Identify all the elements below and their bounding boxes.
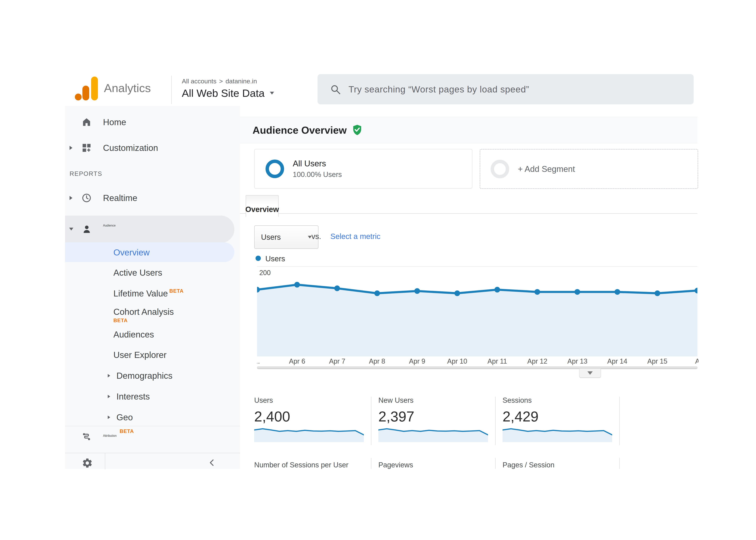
footer-divider [105, 453, 105, 469]
tab-strip [240, 195, 698, 214]
sidebar-footer [65, 453, 240, 469]
segment-card-all-users[interactable]: All Users 100.00% Users [254, 149, 472, 189]
beta-badge: BETA [113, 318, 128, 324]
x-axis-label: Apr 7 [324, 357, 350, 365]
realtime-clock-icon [81, 193, 92, 203]
sparkline-chart [378, 427, 488, 442]
x-axis-label: Apr 14 [604, 357, 630, 365]
logo-bar [82, 86, 89, 100]
column-divider [371, 397, 372, 445]
breadcrumb[interactable]: All accounts>datanine.in [182, 77, 257, 85]
sidebar-item-label: Realtime [103, 193, 137, 203]
sidebar-item-attribution[interactable]: AttributionBETA [65, 431, 240, 444]
timeline-scrollbar[interactable] [257, 366, 698, 369]
segment-subtitle: 100.00% Users [293, 171, 342, 179]
scorecard-users[interactable]: Users 2,400 [254, 396, 365, 443]
expand-arrow-icon[interactable] [108, 374, 110, 377]
search-input[interactable]: Try searching “Worst pages by load speed… [349, 84, 529, 94]
header-divider [171, 75, 171, 104]
x-axis-label: Apr 11 [484, 357, 510, 365]
scorecard-sessions[interactable]: Sessions 2,429 [502, 396, 613, 443]
legend-label: Users [266, 254, 285, 263]
sidebar-item-customization[interactable]: Customization [65, 142, 240, 154]
add-segment-button[interactable]: + Add Segment [480, 149, 698, 189]
column-divider [495, 397, 495, 445]
sidebar-item-active-users[interactable]: Active Users [65, 268, 240, 279]
sidebar-item-label: User Explorer [113, 350, 166, 360]
sidebar-item-overview[interactable]: Overview [65, 242, 234, 262]
collapse-sidebar-icon[interactable] [208, 459, 216, 467]
sidebar-item-cohort-analysis[interactable]: Cohort Analysis BETA [65, 307, 240, 328]
add-segment-label: + Add Segment [518, 164, 575, 174]
expand-arrow-icon[interactable] [108, 416, 110, 419]
sidebar-item-audience[interactable]: Audience [65, 215, 234, 243]
logo-dot [75, 93, 82, 100]
scorecard-value: 2,397 [378, 408, 489, 425]
expand-arrow-icon[interactable] [108, 395, 110, 398]
tab-overview[interactable]: Overview [246, 195, 278, 217]
sidebar-item-label: Customization [103, 143, 158, 153]
scorecard-row2: Number of Sessions per User Pageviews Pa… [254, 461, 697, 469]
sidebar-item-demographics[interactable]: Demographics [65, 371, 240, 382]
collapse-arrow-icon[interactable] [69, 228, 73, 230]
breadcrumb-accounts[interactable]: All accounts [182, 77, 216, 85]
sidebar-divider [65, 426, 240, 426]
sidebar-item-interests[interactable]: Interests [65, 391, 240, 403]
scorecard-label: Sessions [502, 396, 613, 404]
scorecard-label: New Users [378, 396, 489, 404]
sidebar-item-audiences[interactable]: Audiences [65, 330, 240, 341]
column-divider [619, 397, 620, 445]
chevron-down-icon [588, 371, 593, 375]
scorecard-label: Pages / Session [502, 461, 555, 469]
property-selector[interactable]: All Web Site Data [182, 87, 274, 99]
sidebar-item-home[interactable]: Home [65, 116, 240, 128]
breadcrumb-separator: > [219, 77, 223, 85]
brand-title: Analytics [104, 81, 151, 95]
logo-bar [91, 76, 98, 100]
sidebar-item-label: Overview [113, 247, 150, 257]
beta-badge: BETA [120, 429, 134, 434]
primary-metric-dropdown[interactable]: Users [254, 225, 318, 249]
verified-shield-icon [352, 124, 363, 136]
search-bar[interactable]: Try searching “Worst pages by load speed… [318, 74, 694, 104]
segment-title: All Users [293, 159, 342, 168]
sidebar-item-label: AttributionBETA [103, 432, 134, 438]
x-axis-label: Apr 8 [364, 357, 390, 365]
column-divider [371, 458, 372, 469]
sidebar-item-geo[interactable]: Geo [65, 412, 240, 424]
search-icon [330, 83, 341, 95]
scorecard-value: 2,429 [502, 408, 613, 425]
sidebar-item-user-explorer[interactable]: User Explorer [65, 350, 240, 361]
sidebar-item-realtime[interactable]: Realtime [65, 192, 240, 203]
expand-arrow-icon[interactable] [69, 146, 72, 150]
expand-arrow-icon[interactable] [69, 196, 72, 200]
breadcrumb-property[interactable]: datanine.in [226, 77, 257, 85]
reports-section-label: REPORTS [69, 170, 102, 177]
scorecard-label: Users [254, 396, 365, 404]
sidebar-item-lifetime-value[interactable]: Lifetime ValueBETA [65, 288, 240, 300]
select-metric-link[interactable]: Select a metric [330, 232, 380, 241]
scorecard-new-users[interactable]: New Users 2,397 [378, 396, 489, 443]
x-axis-label: Apr 13 [564, 357, 591, 365]
sidebar: Home Customization REPORTS Realtime Audi… [65, 106, 240, 469]
analytics-logo-icon[interactable] [74, 76, 99, 101]
x-axis-label: A [684, 357, 699, 365]
customization-icon [81, 143, 92, 153]
x-axis-label: Apr 6 [284, 357, 310, 365]
page-title: Audience Overview [253, 124, 347, 136]
sidebar-item-label: Interests [116, 391, 150, 402]
gear-icon[interactable] [82, 458, 93, 469]
x-axis-label: Apr 12 [524, 357, 551, 365]
chevron-down-icon [270, 92, 274, 94]
column-divider [619, 458, 620, 469]
users-line-chart[interactable] [257, 266, 698, 356]
x-axis-label: Apr 9 [404, 357, 430, 365]
sidebar-item-label: Geo [116, 412, 133, 422]
scorecard-label: Pageviews [378, 461, 413, 469]
property-name[interactable]: All Web Site Data [182, 87, 265, 99]
add-segment-ring-icon [490, 160, 509, 178]
home-icon [81, 117, 92, 127]
sidebar-item-label: Cohort Analysis [113, 307, 174, 317]
timeline-handle[interactable] [579, 369, 601, 378]
column-divider [495, 458, 495, 469]
